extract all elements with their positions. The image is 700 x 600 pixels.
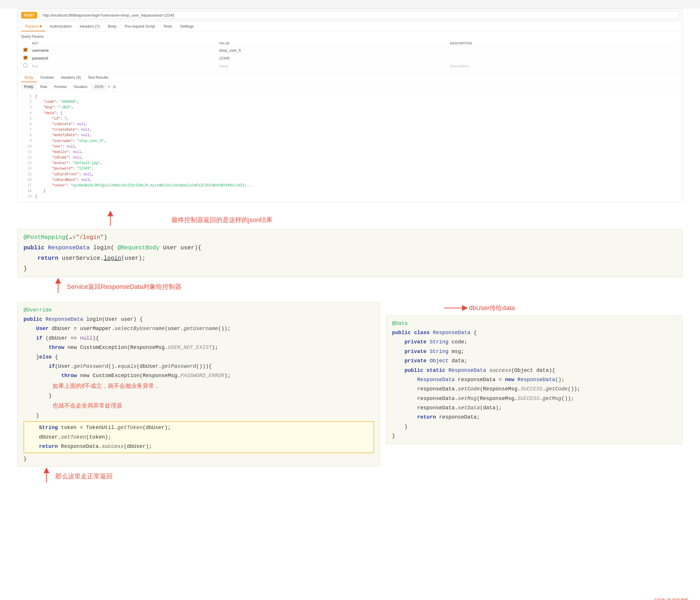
json-line-9: 9 "username": "shop_user_6",: [24, 138, 676, 144]
service-line1: User dbUser = userMapper.selectByUsernam…: [24, 324, 374, 333]
highlight-token-block: String token = TokenUtil.getToken(dbUser…: [24, 421, 374, 453]
params-dot: [40, 25, 42, 27]
field-code: private String code;: [392, 337, 677, 346]
json-format-badge[interactable]: JSON: [92, 84, 106, 90]
footer: CSDN @ 代码老怪: [654, 598, 689, 600]
service-line4: }else {: [24, 353, 374, 362]
view-pretty[interactable]: Pretty: [21, 84, 36, 90]
page-container: POST Params Authorization Headers (7) Bo…: [0, 9, 700, 600]
tab-params[interactable]: Params: [21, 22, 46, 31]
arrow-up-3: [41, 468, 52, 482]
view-visualize[interactable]: Visualize: [71, 84, 90, 90]
json-line-7: 7 "createDate": null,: [24, 127, 676, 133]
row3-value[interactable]: Value: [217, 62, 448, 70]
method-badge[interactable]: POST: [21, 12, 37, 19]
resp-tab-testresults[interactable]: Test Results: [84, 73, 112, 82]
json-line-14: 14 "password": "12345",: [24, 166, 676, 172]
class-decl-line: public class ResponseData {: [392, 328, 677, 337]
success-body2: responseData.setCode(ResponseMsg.SUCCESS…: [392, 384, 677, 394]
tab-tests[interactable]: Tests: [159, 22, 176, 31]
json-annotation-row: 最终控制器返回的是这样的json结果: [18, 211, 682, 227]
token-line2: dbUser.setToken(token);: [26, 433, 371, 442]
success-body3: responseData.setMsg(ResponseMsg.SUCCESS.…: [392, 394, 677, 403]
class-close: }: [392, 432, 677, 441]
json-line-13: 13 "avatar": "default.jpg",: [24, 160, 676, 166]
resp-tab-headers[interactable]: Headers (8): [57, 73, 84, 82]
arrow-svg-dbuser: [444, 302, 467, 314]
success-body1: ResponseData responseData = new Response…: [392, 375, 677, 384]
field-msg: private String msg;: [392, 347, 677, 356]
row2-checkbox[interactable]: [24, 56, 27, 59]
json-line-16: 16 "idCardBack": null,: [24, 177, 676, 183]
service-annotation-row: Service返回ResponseData对象给控制器: [18, 278, 682, 293]
row1-checkbox[interactable]: [24, 48, 27, 52]
row3-checkbox[interactable]: [24, 63, 27, 67]
json-line-2: 2 "code": "000000",: [24, 99, 676, 105]
normal-return-row: 那么这里走正常返回: [18, 468, 380, 482]
row2-desc: [448, 54, 679, 62]
success-close: }: [392, 422, 677, 432]
annotation-if-fail-1: 如果上面的if不成立，就不会抛业务异常，: [53, 381, 160, 391]
override-line: @Override: [24, 305, 374, 315]
method-sig-line: public ResponseData login( @RequestBody …: [24, 243, 676, 253]
json-line-15: 15 "idCardFront": null,: [24, 172, 676, 177]
postmapping-line: @PostMapping(☁∨"/login"): [24, 232, 676, 243]
json-line-17: 17 "token": "eyJ0eXAiOiJKV1QiLCJhbGciOiJ…: [24, 183, 676, 188]
field-data: private Object data;: [392, 356, 677, 365]
tab-body[interactable]: Body: [104, 22, 121, 31]
col-description: DESCRIPTION: [448, 40, 679, 47]
service-line5: if(User.getPassword().equals(dbUser.getP…: [24, 362, 374, 371]
json-line-19: 19}: [24, 194, 676, 200]
json-line-18: 18 }: [24, 188, 676, 194]
json-line-5: 5 "id": 7,: [24, 116, 676, 122]
json-line-10: 10 "sex": null,: [24, 144, 676, 150]
col-value: VALUE: [217, 40, 448, 47]
json-output: 1{ 2 "code": "000000", 3 "msg": "~成功", 4…: [18, 92, 682, 202]
arrow-svg-2: [52, 278, 64, 293]
json-line-3: 3 "msg": "~成功",: [24, 105, 676, 110]
url-input[interactable]: [40, 11, 679, 19]
view-tabs-row: Pretty Raw Preview Visualize JSON ▼ ⧉: [18, 82, 682, 92]
tab-authorization[interactable]: Authorization: [46, 22, 76, 31]
response-tabs-row: Body Cookies Headers (8) Test Results: [18, 73, 682, 82]
row2-key[interactable]: password: [30, 54, 217, 62]
resp-tab-body[interactable]: Body: [21, 73, 37, 82]
col-key: KEY: [30, 40, 217, 47]
row2-value[interactable]: 12345: [217, 54, 448, 62]
row3-desc: Description: [448, 62, 679, 70]
view-raw[interactable]: Raw: [37, 84, 50, 90]
response-data-code-block: @Data public class ResponseData { privat…: [386, 315, 683, 444]
annotation-if-fail-2: 也就不会走全局异常处理器: [53, 400, 374, 411]
params-title: Query Params: [21, 34, 679, 38]
normal-return-annotation: 那么这里走正常返回: [55, 472, 113, 481]
close-brace-controller: }: [24, 264, 676, 274]
return-line-with-annotation: return userService.login(user);: [24, 253, 676, 264]
service-line2: if (dbUser == null){: [24, 334, 374, 343]
row3-key[interactable]: Key: [30, 62, 217, 70]
postman-section: POST Params Authorization Headers (7) Bo…: [18, 9, 682, 202]
tab-settings[interactable]: Settings: [176, 22, 198, 31]
json-line-8: 8 "modifyDate": null,: [24, 133, 676, 138]
json-line-1: 1{: [24, 94, 676, 99]
copy-icon[interactable]: ⧉: [113, 84, 116, 89]
row1-key[interactable]: username: [30, 47, 217, 54]
tab-headers[interactable]: Headers (7): [76, 22, 104, 31]
table-row: username shop_user_6: [21, 47, 679, 54]
arrow-svg-1: [105, 211, 116, 226]
service-line8: }: [24, 411, 374, 420]
annotation-if-fail-2-row: 也就不会走全局异常处理器: [53, 400, 374, 411]
arrow-up-2: [52, 278, 64, 293]
arrow-svg-3: [41, 468, 52, 482]
row1-value[interactable]: shop_user_6: [217, 47, 448, 54]
service-line6: throw new CustomException(ResponseMsg.PA…: [24, 371, 374, 380]
resp-tab-cookies[interactable]: Cookies: [37, 73, 57, 82]
success-body5: return responseData;: [392, 413, 677, 422]
tab-prerequest[interactable]: Pre-request Script: [121, 22, 159, 31]
params-table: KEY VALUE DESCRIPTION username shop_user…: [21, 40, 679, 70]
view-preview[interactable]: Preview: [51, 84, 69, 90]
request-tabs-row: Params Authorization Headers (7) Body Pr…: [18, 22, 682, 32]
token-line3: return ResponseData.success(dbUser);: [26, 442, 371, 451]
json-line-4: 4 "data": {: [24, 111, 676, 116]
json-line-6: 6 "isDelete": null,: [24, 122, 676, 127]
params-section: Query Params KEY VALUE DESCRIPTION usern…: [18, 32, 682, 73]
